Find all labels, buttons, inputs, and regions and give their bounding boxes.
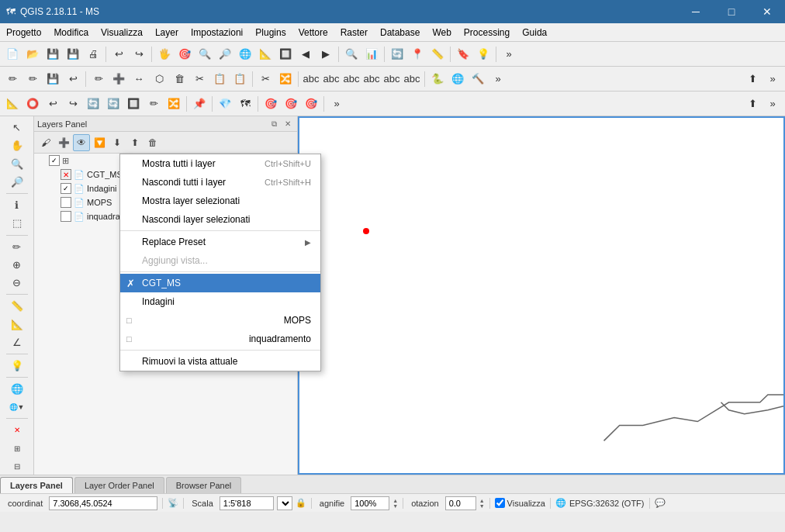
change-label-button[interactable]: abc — [403, 70, 421, 88]
pan-button[interactable]: 🖐 — [155, 45, 174, 64]
undo-button[interactable]: ↩ — [109, 45, 128, 64]
rotate-button[interactable]: 🔄 — [84, 95, 102, 113]
layer-check-cgt[interactable]: ✕ — [61, 169, 71, 180]
tab-layers-panel[interactable]: Layers Panel — [0, 477, 73, 493]
pin-label-button[interactable]: abc — [342, 70, 361, 88]
label-button[interactable]: abc — [302, 70, 320, 88]
addon2-button[interactable]: 🎯 — [282, 95, 300, 113]
layer-check-root[interactable]: ✓ — [49, 155, 60, 166]
tab-layer-order-panel[interactable]: Layer Order Panel — [74, 477, 164, 493]
locate-button[interactable]: 📍 — [408, 45, 427, 64]
map-tips-button[interactable]: 💡 — [6, 358, 28, 374]
menu-cgt-ms[interactable]: ✗ CGT_MS — [120, 274, 320, 292]
pan-tool-button[interactable]: ✋ — [6, 137, 28, 154]
x-layer-button[interactable]: ✕ — [6, 422, 28, 438]
more-tools2-button[interactable]: » — [489, 70, 507, 88]
right-tools-button[interactable]: ⬆ — [743, 70, 762, 88]
add-feature-button[interactable]: ➕ — [109, 70, 128, 88]
close-button[interactable]: ✕ — [749, 0, 785, 23]
addon3-button[interactable]: 🎯 — [302, 95, 320, 113]
globe-down-button[interactable]: 🌐▼ — [6, 399, 28, 415]
menu-visualizza[interactable]: Visualizza — [95, 25, 149, 40]
menu-processing[interactable]: Processing — [458, 25, 516, 40]
zoom-next-button[interactable]: ▶ — [316, 45, 335, 64]
more-tools-button[interactable]: » — [500, 45, 518, 64]
zoom-in-tool-button[interactable]: 🔍 — [6, 156, 28, 172]
save-project-button[interactable]: 💾 — [43, 45, 62, 64]
select-features-button[interactable]: ⬚ — [6, 215, 28, 231]
zoom-layer-button[interactable]: 🔲 — [276, 45, 295, 64]
print-button[interactable]: 🖨 — [84, 45, 102, 64]
menu-inquadramento[interactable]: □ inquadramento — [120, 330, 320, 348]
filter-button[interactable]: 🔽 — [91, 134, 108, 151]
globe-button[interactable]: 🌐 — [6, 381, 28, 397]
raster-btn[interactable]: 🗺 — [236, 95, 254, 113]
menu-modifica[interactable]: Modifica — [47, 25, 95, 40]
move-button[interactable]: 🔀 — [164, 95, 183, 113]
menu-raster[interactable]: Raster — [334, 25, 374, 40]
open-layer-button[interactable]: 🖌 — [37, 134, 54, 151]
rollback-edits-button[interactable]: ↩ — [64, 70, 82, 88]
label-rule-button[interactable]: abc — [322, 70, 341, 88]
remove-layer-button[interactable]: 🗑 — [144, 134, 161, 151]
paste-features-button[interactable]: 📋 — [230, 70, 249, 88]
menu-progetto[interactable]: Progetto — [0, 25, 47, 40]
zoom-selection-button[interactable]: 📐 — [256, 45, 275, 64]
panel-float-button[interactable]: ⧉ — [268, 118, 280, 130]
python-button[interactable]: 🐍 — [428, 70, 447, 88]
menu-hide-selected[interactable]: Nascondi layer selezionati — [120, 210, 320, 229]
copy-features-button[interactable]: 📋 — [210, 70, 229, 88]
browser-button[interactable]: 🌐 — [448, 70, 467, 88]
menu-indagini[interactable]: Indagini — [120, 292, 320, 311]
zoom-last-button[interactable]: ◀ — [296, 45, 315, 64]
measure-area-button[interactable]: 📐 — [6, 316, 28, 332]
refresh-button[interactable]: 🔄 — [388, 45, 406, 64]
menu-mops[interactable]: □ MOPS — [120, 311, 320, 330]
rotate-label-button[interactable]: abc — [382, 70, 401, 88]
snap-button[interactable]: 📐 — [3, 95, 22, 113]
right-tools2-button[interactable]: » — [763, 70, 782, 88]
collapse-all-button[interactable]: ⬆ — [126, 134, 144, 151]
maximize-button[interactable]: □ — [714, 0, 749, 23]
digitize-button[interactable]: ✏ — [89, 70, 108, 88]
new-project-button[interactable]: 📄 — [3, 45, 22, 64]
measure-button[interactable]: 📏 — [428, 45, 447, 64]
magnifier-spinner[interactable]: ▲▼ — [392, 498, 398, 509]
toggle-edit-button[interactable]: ✏ — [3, 70, 22, 88]
vector-button[interactable]: 💎 — [216, 95, 234, 113]
merge-features-button[interactable]: 🔀 — [276, 70, 295, 88]
zoom-out-button[interactable]: 🔎 — [216, 45, 234, 64]
zoom-full-button[interactable]: 🌐 — [236, 45, 254, 64]
layer-check-mops[interactable] — [61, 197, 71, 208]
map-area[interactable] — [298, 116, 785, 475]
identify-button[interactable]: 🔍 — [342, 45, 361, 64]
show-tips-button[interactable]: 💡 — [474, 45, 493, 64]
more-tools3-button[interactable]: » — [327, 95, 346, 113]
menu-show-selected[interactable]: Mostra layer selezionati — [120, 192, 320, 210]
edit-undo-button[interactable]: ↩ — [43, 95, 62, 113]
menu-impostazioni[interactable]: Impostazioni — [185, 25, 249, 40]
move-feature-button[interactable]: ↔ — [130, 70, 148, 88]
show-hide-label-button[interactable]: abc — [362, 70, 381, 88]
panel-close-button[interactable]: ✕ — [282, 118, 294, 130]
gps-button[interactable]: 📌 — [190, 95, 209, 113]
delete-selected-button[interactable]: 🗑 — [170, 70, 188, 88]
magnifier-input[interactable] — [351, 496, 389, 510]
del-vertex-button[interactable]: ⊖ — [6, 275, 28, 291]
menu-show-all[interactable]: Mostra tutti i layer Ctrl+Shift+U — [120, 154, 320, 173]
coords-input[interactable] — [49, 496, 157, 510]
north-arrow-button[interactable]: ⬆ — [743, 95, 762, 113]
menu-web[interactable]: Web — [426, 25, 457, 40]
save-edits-button[interactable]: 💾 — [43, 70, 62, 88]
edit-tool-button[interactable]: ✏ — [6, 238, 28, 254]
rotate-config-button[interactable]: 🔄 — [104, 95, 123, 113]
rect-button[interactable]: 🔲 — [124, 95, 143, 113]
redo-button[interactable]: ↪ — [130, 45, 148, 64]
split-features-button[interactable]: ✂ — [256, 70, 275, 88]
menu-guida[interactable]: Guida — [516, 25, 553, 40]
zoom-out-tool-button[interactable]: 🔎 — [6, 174, 28, 190]
group2-button[interactable]: ⊟ — [6, 458, 28, 475]
scale-select[interactable] — [277, 496, 292, 510]
zoom-in-button[interactable]: 🔍 — [195, 45, 214, 64]
add-vertex-button[interactable]: ⊕ — [6, 257, 28, 273]
